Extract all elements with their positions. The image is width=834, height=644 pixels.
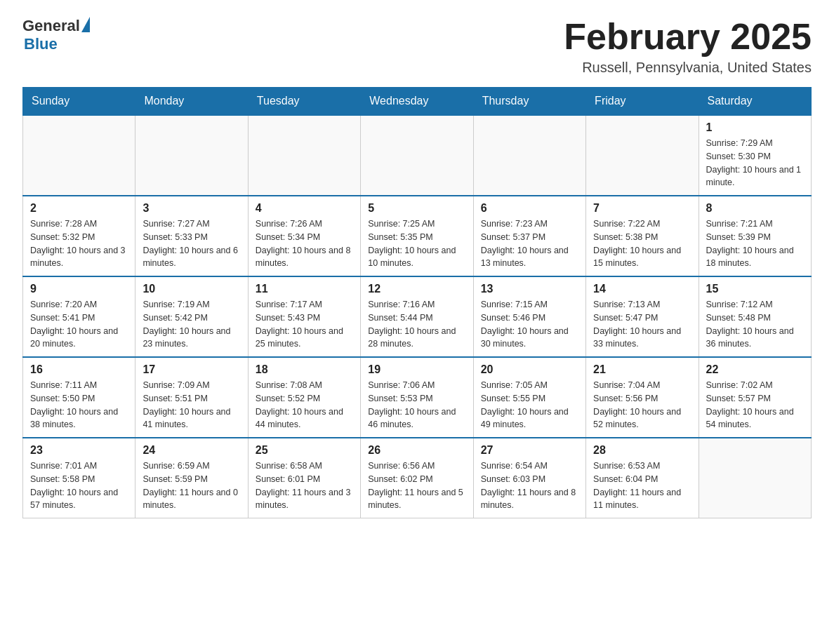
calendar-day-cell: 20Sunrise: 7:05 AMSunset: 5:55 PMDayligh… [473, 357, 585, 438]
calendar-day-cell: 25Sunrise: 6:58 AMSunset: 6:01 PMDayligh… [248, 438, 360, 518]
day-of-week-header: Sunday [23, 88, 135, 116]
title-section: February 2025 Russell, Pennsylvania, Uni… [564, 17, 812, 76]
day-number: 26 [368, 444, 465, 457]
day-of-week-header: Tuesday [248, 88, 360, 116]
calendar-day-cell: 16Sunrise: 7:11 AMSunset: 5:50 PMDayligh… [23, 357, 135, 438]
calendar-day-cell: 21Sunrise: 7:04 AMSunset: 5:56 PMDayligh… [586, 357, 699, 438]
day-number: 6 [481, 202, 578, 215]
day-info: Sunrise: 7:09 AMSunset: 5:51 PMDaylight:… [143, 379, 240, 431]
calendar-day-cell: 26Sunrise: 6:56 AMSunset: 6:02 PMDayligh… [361, 438, 473, 518]
day-number: 22 [706, 363, 804, 376]
day-info: Sunrise: 7:12 AMSunset: 5:48 PMDaylight:… [706, 298, 804, 351]
day-info: Sunrise: 7:29 AMSunset: 5:30 PMDaylight:… [706, 137, 804, 189]
calendar-day-cell: 11Sunrise: 7:17 AMSunset: 5:43 PMDayligh… [248, 276, 360, 357]
calendar-day-cell: 7Sunrise: 7:22 AMSunset: 5:38 PMDaylight… [586, 196, 699, 276]
day-number: 18 [256, 363, 353, 376]
calendar-day-cell: 5Sunrise: 7:25 AMSunset: 5:35 PMDaylight… [361, 196, 473, 276]
calendar-week-row: 23Sunrise: 7:01 AMSunset: 5:58 PMDayligh… [23, 438, 812, 518]
calendar-day-cell: 28Sunrise: 6:53 AMSunset: 6:04 PMDayligh… [586, 438, 699, 518]
day-info: Sunrise: 7:04 AMSunset: 5:56 PMDaylight:… [593, 379, 691, 431]
calendar-day-cell: 13Sunrise: 7:15 AMSunset: 5:46 PMDayligh… [473, 276, 585, 357]
logo-general-text: General [22, 17, 80, 35]
day-number: 16 [30, 363, 128, 376]
month-title: February 2025 [564, 17, 812, 57]
day-info: Sunrise: 6:59 AMSunset: 5:59 PMDaylight:… [143, 459, 240, 512]
calendar-day-cell: 24Sunrise: 6:59 AMSunset: 5:59 PMDayligh… [135, 438, 248, 518]
day-number: 15 [706, 283, 804, 295]
calendar-day-cell: 14Sunrise: 7:13 AMSunset: 5:47 PMDayligh… [586, 276, 699, 357]
calendar-day-cell: 15Sunrise: 7:12 AMSunset: 5:48 PMDayligh… [699, 276, 811, 357]
calendar-day-cell: 8Sunrise: 7:21 AMSunset: 5:39 PMDaylight… [699, 196, 811, 276]
day-info: Sunrise: 7:27 AMSunset: 5:33 PMDaylight:… [143, 217, 240, 270]
day-number: 19 [368, 363, 465, 376]
calendar-week-row: 1Sunrise: 7:29 AMSunset: 5:30 PMDaylight… [23, 115, 812, 196]
calendar-day-cell: 4Sunrise: 7:26 AMSunset: 5:34 PMDaylight… [248, 196, 360, 276]
day-info: Sunrise: 7:22 AMSunset: 5:38 PMDaylight:… [593, 217, 691, 270]
calendar-day-cell: 22Sunrise: 7:02 AMSunset: 5:57 PMDayligh… [699, 357, 811, 438]
logo: General Blue [22, 17, 90, 53]
day-number: 9 [30, 283, 128, 295]
day-info: Sunrise: 7:26 AMSunset: 5:34 PMDaylight:… [256, 217, 353, 270]
day-number: 8 [706, 202, 804, 215]
day-info: Sunrise: 6:54 AMSunset: 6:03 PMDaylight:… [481, 459, 578, 512]
calendar-day-cell: 6Sunrise: 7:23 AMSunset: 5:37 PMDaylight… [473, 196, 585, 276]
day-info: Sunrise: 7:13 AMSunset: 5:47 PMDaylight:… [593, 298, 691, 351]
day-info: Sunrise: 7:06 AMSunset: 5:53 PMDaylight:… [368, 379, 465, 431]
day-number: 27 [481, 444, 578, 457]
day-of-week-header: Monday [135, 88, 248, 116]
calendar-day-cell: 18Sunrise: 7:08 AMSunset: 5:52 PMDayligh… [248, 357, 360, 438]
day-number: 2 [30, 202, 128, 215]
calendar-week-row: 16Sunrise: 7:11 AMSunset: 5:50 PMDayligh… [23, 357, 812, 438]
calendar-day-cell [361, 115, 473, 196]
day-info: Sunrise: 6:53 AMSunset: 6:04 PMDaylight:… [593, 459, 691, 512]
day-number: 3 [143, 202, 240, 215]
day-info: Sunrise: 7:23 AMSunset: 5:37 PMDaylight:… [481, 217, 578, 270]
day-number: 12 [368, 283, 465, 295]
day-info: Sunrise: 7:16 AMSunset: 5:44 PMDaylight:… [368, 298, 465, 351]
calendar-day-cell: 19Sunrise: 7:06 AMSunset: 5:53 PMDayligh… [361, 357, 473, 438]
calendar-week-row: 9Sunrise: 7:20 AMSunset: 5:41 PMDaylight… [23, 276, 812, 357]
day-number: 11 [256, 283, 353, 295]
day-of-week-header: Saturday [699, 88, 811, 116]
calendar-day-cell: 2Sunrise: 7:28 AMSunset: 5:32 PMDaylight… [23, 196, 135, 276]
calendar-day-cell: 12Sunrise: 7:16 AMSunset: 5:44 PMDayligh… [361, 276, 473, 357]
calendar-day-cell: 10Sunrise: 7:19 AMSunset: 5:42 PMDayligh… [135, 276, 248, 357]
day-info: Sunrise: 6:58 AMSunset: 6:01 PMDaylight:… [256, 459, 353, 512]
day-info: Sunrise: 7:17 AMSunset: 5:43 PMDaylight:… [256, 298, 353, 351]
day-info: Sunrise: 7:11 AMSunset: 5:50 PMDaylight:… [30, 379, 128, 431]
calendar-day-cell: 23Sunrise: 7:01 AMSunset: 5:58 PMDayligh… [23, 438, 135, 518]
day-number: 13 [481, 283, 578, 295]
day-of-week-header: Wednesday [361, 88, 473, 116]
day-info: Sunrise: 7:19 AMSunset: 5:42 PMDaylight:… [143, 298, 240, 351]
day-info: Sunrise: 7:28 AMSunset: 5:32 PMDaylight:… [30, 217, 128, 270]
day-number: 1 [706, 121, 804, 134]
day-number: 5 [368, 202, 465, 215]
day-info: Sunrise: 7:05 AMSunset: 5:55 PMDaylight:… [481, 379, 578, 431]
calendar-day-cell: 9Sunrise: 7:20 AMSunset: 5:41 PMDaylight… [23, 276, 135, 357]
calendar-day-cell: 27Sunrise: 6:54 AMSunset: 6:03 PMDayligh… [473, 438, 585, 518]
calendar-day-cell [586, 115, 699, 196]
day-number: 17 [143, 363, 240, 376]
day-info: Sunrise: 7:25 AMSunset: 5:35 PMDaylight:… [368, 217, 465, 270]
calendar-day-cell: 1Sunrise: 7:29 AMSunset: 5:30 PMDaylight… [699, 115, 811, 196]
calendar-day-cell [699, 438, 811, 518]
calendar-day-cell [248, 115, 360, 196]
day-info: Sunrise: 6:56 AMSunset: 6:02 PMDaylight:… [368, 459, 465, 512]
day-number: 23 [30, 444, 128, 457]
day-number: 20 [481, 363, 578, 376]
day-number: 4 [256, 202, 353, 215]
day-number: 14 [593, 283, 691, 295]
day-info: Sunrise: 7:02 AMSunset: 5:57 PMDaylight:… [706, 379, 804, 431]
calendar-table: SundayMondayTuesdayWednesdayThursdayFrid… [22, 87, 812, 518]
logo-triangle-icon [81, 17, 90, 32]
calendar-day-cell [473, 115, 585, 196]
day-info: Sunrise: 7:20 AMSunset: 5:41 PMDaylight:… [30, 298, 128, 351]
day-number: 24 [143, 444, 240, 457]
location-text: Russell, Pennsylvania, United States [564, 60, 812, 76]
day-of-week-header: Thursday [473, 88, 585, 116]
day-info: Sunrise: 7:01 AMSunset: 5:58 PMDaylight:… [30, 459, 128, 512]
day-number: 28 [593, 444, 691, 457]
day-info: Sunrise: 7:15 AMSunset: 5:46 PMDaylight:… [481, 298, 578, 351]
calendar-day-cell [23, 115, 135, 196]
day-number: 7 [593, 202, 691, 215]
